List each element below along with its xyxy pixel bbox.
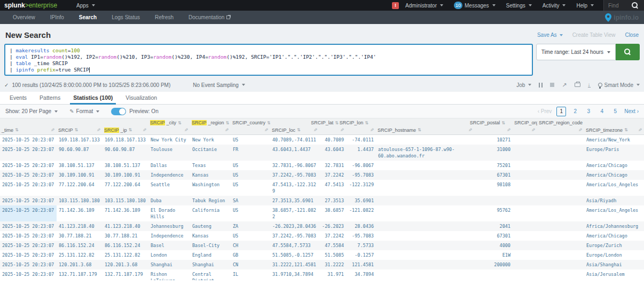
time-range-picker[interactable]: Time range: Last 24 hours <box>536 44 616 60</box>
cell-srcip[interactable]: 71.142.36.189 <box>57 205 103 221</box>
cell-srcip-lat[interactable]: 40.7089 <box>319 134 346 145</box>
cell-srcip[interactable]: 86.116.152.24 <box>57 241 103 250</box>
messages-menu[interactable]: 10 Messages <box>454 2 496 9</box>
cell-srcip-region[interactable]: Kansas <box>190 170 231 180</box>
cell-srcip-postal[interactable]: 31000 <box>474 145 513 161</box>
sort-icon[interactable]: ⇅ <box>501 121 505 125</box>
cell-srcip-postal[interactable]: 75201 <box>474 161 513 170</box>
column-header-srcip[interactable]: SRCIP⇅✎ <box>57 118 103 134</box>
cell-srcip-city[interactable]: Duba <box>148 196 190 205</box>
appnav-item-refresh[interactable]: Refresh <box>147 11 181 24</box>
cell-srcip-timezone[interactable]: Asia/Riyadh <box>584 196 644 205</box>
cell-srcip-country[interactable]: US <box>231 170 270 180</box>
cell-srcip-region-code[interactable] <box>537 170 584 180</box>
cell-srcip-region[interactable]: England <box>190 250 231 260</box>
per-page-menu[interactable]: Show: 20 Per Page <box>5 108 58 114</box>
cell-srcip[interactable]: 30.189.100.91 <box>57 170 103 180</box>
cell-srcip-loc[interactable]: 31.2222,121.4581 <box>270 260 319 269</box>
cell-time[interactable]: 2025-10-25 20:23:07 <box>0 241 57 250</box>
cell-srcip-timezone[interactable]: Asia/Shanghai <box>584 260 644 269</box>
column-header-srcip-country[interactable]: SRCIP_country⇅✎ <box>231 118 270 134</box>
prev-page-button[interactable]: ‹ Prev <box>538 108 552 114</box>
activity-menu[interactable]: Activity <box>543 3 566 9</box>
cell-srcip-postal[interactable]: 67301 <box>474 231 513 241</box>
edit-column-icon[interactable]: ✎ <box>638 128 642 133</box>
cell-srcip[interactable]: 169.118.167.133 <box>57 134 103 145</box>
cell-srcip-region-code[interactable] <box>537 231 584 241</box>
column-header-srcip-city[interactable]: SRCIP_city⇅✎ <box>148 118 190 134</box>
sort-icon[interactable]: ⇅ <box>129 128 132 132</box>
cell-srcip-city[interactable]: El Dorado Hills <box>148 205 190 221</box>
cell-srcip-region-code[interactable] <box>537 180 584 196</box>
cell-time[interactable]: 2025-10-25 20:23:07 <box>0 134 57 145</box>
appnav-item-logs-status[interactable]: Logs Status <box>104 11 147 24</box>
edit-column-icon[interactable]: ✎ <box>97 128 101 133</box>
save-as-menu[interactable]: Save As <box>537 32 563 38</box>
cell-srcip-timezone[interactable]: America/Los_Angeles <box>584 205 644 221</box>
cell-srcip-city[interactable]: Shanghai <box>148 260 190 269</box>
cell-srcip-region-code[interactable] <box>537 161 584 170</box>
cell-srcip-region[interactable]: Shanghai <box>190 260 231 269</box>
column-header-srcip-hostname[interactable]: SRCIP_hostname⇅✎ <box>376 118 474 134</box>
cell-srcip-ip[interactable]: 30.77.188.21 <box>103 231 148 241</box>
tab-patterns[interactable]: Patterns <box>33 92 67 104</box>
cell-srcip-postal[interactable] <box>474 269 513 281</box>
cell-srcip-org[interactable] <box>513 134 537 145</box>
cell-srcip-ip[interactable]: 77.122.200.64 <box>103 180 148 196</box>
create-table-view-button[interactable]: Create Table View <box>572 32 616 38</box>
cell-srcip-country[interactable]: CH <box>231 241 270 250</box>
tab-statistics-100[interactable]: Statistics (100) <box>67 92 119 104</box>
appnav-item-overview[interactable]: Overview <box>5 11 43 24</box>
event-sampling-menu[interactable]: No Event Sampling <box>193 82 245 88</box>
page-button-4[interactable]: 4 <box>598 108 606 114</box>
cell-srcip-hostname[interactable]: atoulouse-657-1-1096-87.w90-60.abo.wanad… <box>376 145 474 161</box>
page-button-1[interactable]: 1 <box>556 107 566 116</box>
edit-column-icon[interactable]: ✎ <box>370 128 374 133</box>
cell-srcip-region[interactable]: Texas <box>190 161 231 170</box>
column-header-srcip-region[interactable]: SRCIP_region⇅✎ <box>190 118 231 134</box>
print-icon[interactable] <box>575 83 580 87</box>
cell-srcip-loc[interactable]: 38.6857,-121.0822 <box>270 205 319 221</box>
cell-srcip-ip[interactable]: 120.201.3.68 <box>103 260 148 269</box>
cell-srcip-ip[interactable]: 30.189.100.91 <box>103 170 148 180</box>
share-icon[interactable]: ↗ <box>562 82 567 89</box>
cell-srcip-postal[interactable]: 2041 <box>474 221 513 231</box>
cell-srcip-org[interactable] <box>513 241 537 250</box>
cell-srcip[interactable]: 30.77.188.21 <box>57 231 103 241</box>
export-download-icon[interactable]: ↓ <box>588 82 591 88</box>
cell-srcip-country[interactable]: US <box>231 180 270 196</box>
cell-srcip-ip[interactable]: 90.60.90.87 <box>103 145 148 161</box>
cell-srcip-region-code[interactable] <box>537 250 584 260</box>
cell-srcip-hostname[interactable] <box>376 250 474 260</box>
cell-srcip-city[interactable]: Johannesburg <box>148 221 190 231</box>
cell-srcip-org[interactable] <box>513 180 537 196</box>
cell-time[interactable]: 2025-10-25 20:23:07 <box>0 196 57 205</box>
cell-srcip-city[interactable]: Basel <box>148 241 190 250</box>
cell-srcip-lon[interactable]: -0.1257 <box>346 250 376 260</box>
cell-srcip-region[interactable]: California <box>190 205 231 221</box>
cell-srcip-region-code[interactable] <box>537 205 584 221</box>
cell-srcip[interactable]: 25.131.122.82 <box>57 250 103 260</box>
cell-srcip-timezone[interactable]: Africa/Johannesburg <box>584 221 644 231</box>
cell-time[interactable]: 2025-10-25 20:23:07 <box>0 145 57 161</box>
cell-srcip[interactable]: 77.122.200.64 <box>57 180 103 196</box>
cell-srcip-timezone[interactable]: Europe/London <box>584 250 644 260</box>
appnav-item-documentation[interactable]: Documentation <box>181 11 238 24</box>
cell-srcip-timezone[interactable]: Europe/Paris <box>584 145 644 161</box>
cell-srcip-lon[interactable]: 35.6901 <box>346 196 376 205</box>
cell-srcip-lon[interactable]: -74.0111 <box>346 134 376 145</box>
cell-srcip[interactable]: 132.71.187.179 <box>57 269 103 281</box>
cell-srcip-loc[interactable]: 32.7831,-96.8067 <box>270 161 319 170</box>
cell-srcip-lat[interactable]: 37.2242 <box>319 170 346 180</box>
cell-srcip-hostname[interactable] <box>376 196 474 205</box>
close-button[interactable]: Close <box>625 32 639 38</box>
cell-srcip-region[interactable]: Central District <box>190 269 231 281</box>
cell-srcip-ip[interactable]: 41.123.218.40 <box>103 221 148 231</box>
cell-time[interactable]: 2025-10-25 20:23:07 <box>0 180 57 196</box>
edit-column-icon[interactable]: ✎ <box>531 128 536 133</box>
pause-job-button[interactable] <box>539 83 543 88</box>
cell-srcip-city[interactable]: Independence <box>148 170 190 180</box>
administrator-menu[interactable]: Administrator <box>405 3 443 9</box>
cell-srcip[interactable]: 41.123.218.40 <box>57 221 103 231</box>
cell-srcip-city[interactable]: Independence <box>148 231 190 241</box>
